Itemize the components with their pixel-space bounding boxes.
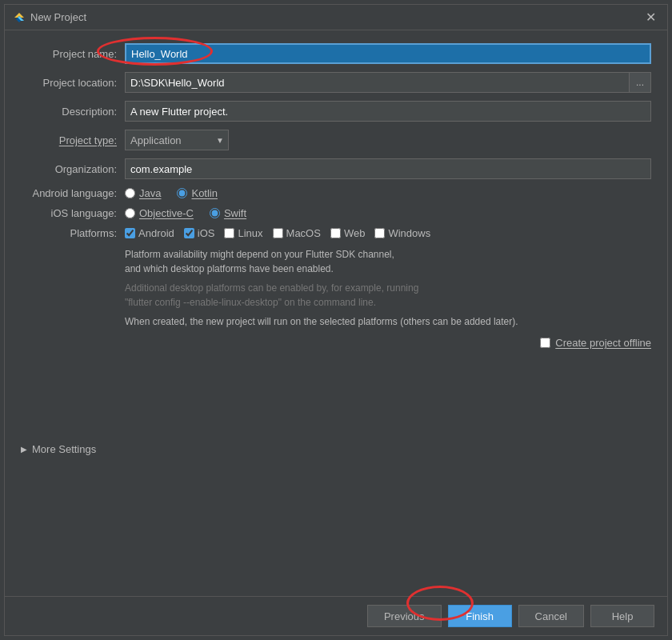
android-java-label: Java [139,187,161,199]
android-language-label: Android language: [21,187,125,199]
windows-checkbox[interactable] [374,228,385,238]
project-location-input-wrapper: ... [125,72,651,93]
android-platform-label: Android [138,227,174,239]
platform-note-text-3: Additional desktop platforms can be enab… [125,281,651,295]
help-button[interactable]: Help [590,605,654,627]
android-java-radio[interactable] [125,188,135,198]
title-bar: New Project ✕ [5,5,667,30]
web-checkbox[interactable] [330,228,341,238]
project-type-select[interactable]: Application Plugin Package Module [125,130,229,150]
platform-windows[interactable]: Windows [374,227,430,239]
macos-platform-label: MacOS [286,227,321,239]
finish-button[interactable]: Finish [448,605,512,627]
ios-objc-option[interactable]: Objective-C [125,207,194,219]
ios-checkbox[interactable] [184,228,194,238]
web-platform-label: Web [344,227,366,239]
ios-objc-radio[interactable] [125,208,135,218]
description-input[interactable] [125,101,651,122]
macos-checkbox[interactable] [273,228,283,238]
linux-checkbox[interactable] [224,228,234,238]
ios-swift-option[interactable]: Swift [210,207,246,219]
android-language-group: Java Kotlin [125,187,218,199]
android-language-row: Android language: Java Kotlin [21,187,651,199]
organization-input[interactable] [125,158,651,179]
ios-language-group: Objective-C Swift [125,207,246,219]
android-checkbox[interactable] [125,228,135,238]
organization-label: Organization: [21,163,125,175]
project-name-label: Project name: [21,48,125,60]
more-settings-chevron-icon: ▶ [21,445,27,454]
browse-button[interactable]: ... [629,72,651,93]
more-settings-section[interactable]: ▶ More Settings [21,437,651,462]
platform-android[interactable]: Android [125,227,174,239]
close-button[interactable]: ✕ [642,11,659,24]
ios-objc-label: Objective-C [139,207,194,219]
platform-note-2: Additional desktop platforms can be enab… [125,281,651,310]
ios-swift-label: Swift [224,207,246,219]
platforms-group: Android iOS Linux MacOS Web [125,227,430,239]
project-type-label: Project type: [21,134,125,146]
description-label: Description: [21,106,125,118]
project-type-select-wrapper: Application Plugin Package Module ▼ [125,130,229,150]
android-kotlin-label: Kotlin [191,187,218,199]
create-offline-checkbox[interactable] [540,338,550,348]
flutter-icon [13,11,26,24]
description-row: Description: [21,101,651,122]
content-spacer [21,357,651,437]
ios-language-label: iOS language: [21,207,125,219]
platforms-label: Platforms: [21,227,125,239]
platforms-row: Platforms: Android iOS Linux MacOS [21,227,651,239]
platform-ios[interactable]: iOS [184,227,215,239]
more-settings-label: More Settings [32,443,96,455]
project-location-row: Project location: ... [21,72,651,93]
ios-swift-radio[interactable] [210,208,220,218]
platform-note-text-2: and which desktop platforms have been en… [125,262,651,276]
windows-platform-label: Windows [388,227,430,239]
platform-linux[interactable]: Linux [224,227,262,239]
platform-note-1: Platform availability might depend on yo… [125,247,651,276]
ios-language-row: iOS language: Objective-C Swift [21,207,651,219]
linux-platform-label: Linux [238,227,262,239]
title-bar-left: New Project [13,11,86,24]
platform-macos[interactable]: MacOS [273,227,321,239]
organization-row: Organization: [21,158,651,179]
platform-web[interactable]: Web [330,227,366,239]
bottom-bar: Previous Finish Cancel Help [5,596,667,635]
android-kotlin-radio[interactable] [177,188,187,198]
platform-note-text-5: When created, the new project will run o… [125,316,651,327]
create-offline-label[interactable]: Create project offline [555,337,651,349]
android-java-option[interactable]: Java [125,187,161,199]
form-content: Project name: Project location: ... Desc… [5,30,667,596]
cancel-button[interactable]: Cancel [518,605,584,627]
project-type-row: Project type: Application Plugin Package… [21,130,651,150]
dialog-title: New Project [30,11,86,23]
new-project-dialog: New Project ✕ Project name: Project loca… [4,4,668,636]
ios-platform-label: iOS [198,227,215,239]
create-offline-row: Create project offline [21,337,651,349]
project-location-input[interactable] [125,72,629,93]
project-name-input[interactable] [125,43,651,64]
platform-note-text-4: "flutter config --enable-linux-desktop" … [125,295,651,310]
project-name-row: Project name: [21,43,651,64]
previous-button[interactable]: Previous [367,605,442,627]
android-kotlin-option[interactable]: Kotlin [177,187,218,199]
platform-note-text-1: Platform availability might depend on yo… [125,247,651,262]
project-location-label: Project location: [21,77,125,89]
